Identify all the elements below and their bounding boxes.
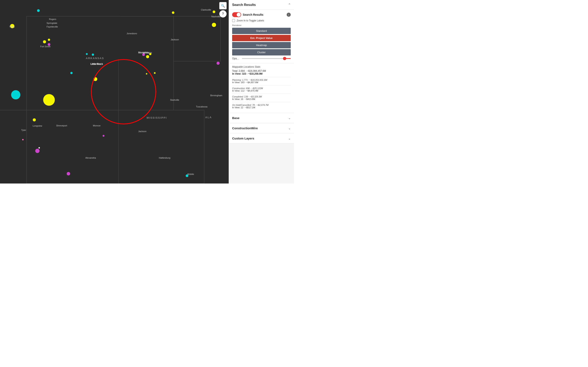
stats-title: Mappable Locations Stats [232, 66, 291, 68]
custom-layers-section-title: Custom Layers [232, 137, 254, 140]
search-results-toggle[interactable] [232, 12, 241, 17]
opacity-label: Opa... [232, 57, 240, 60]
stats-onhold-view: In View: 12 · ~$517.1M [232, 106, 291, 109]
stats-group-planning: Planning: 1,771 · ~$16,053,931.6M In Vie… [232, 79, 291, 83]
stats-onhold-title: On Hold/Cancelled: 78 · ~$2,074.7M [232, 104, 291, 106]
map-controls: 🔍 ? [219, 2, 227, 17]
panel-title: Search Results [232, 3, 256, 7]
panel-close-button[interactable]: ⌃ [288, 3, 291, 7]
stats-group-completed: Completed: 139 · ~$3,329.3M In View: 16 … [232, 95, 291, 100]
stats-completed-view: In View: 16 · ~$413.8M [232, 98, 291, 100]
stats-divider-2 [232, 85, 291, 85]
stats-construction-view: In View: 112 · ~$4,670.4M [232, 90, 291, 92]
stats-divider-1 [232, 77, 291, 77]
renderer-cluster-button[interactable]: Cluster [232, 49, 291, 55]
zoom-toggle-checkbox[interactable] [232, 19, 235, 22]
info-icon[interactable]: i [287, 13, 291, 17]
search-icon[interactable]: 🔍 [219, 2, 227, 9]
stats-group-onhold: On Hold/Cancelled: 78 · ~$2,074.7M In Vi… [232, 104, 291, 109]
custom-layers-chevron-icon: ⌄ [288, 137, 291, 140]
renderer-label: Renderer [232, 24, 291, 26]
stats-construction-title: Construction: 696 · ~$25,122M [232, 87, 291, 90]
help-icon[interactable]: ? [219, 10, 227, 17]
base-chevron-icon: ⌄ [288, 117, 291, 120]
search-results-toggle-label: Search Results [243, 13, 263, 16]
stats-group-construction: Construction: 696 · ~$25,122M In View: 1… [232, 87, 291, 92]
opacity-slider[interactable] [242, 58, 291, 59]
opacity-row: Opa... [232, 57, 291, 60]
base-section-title: Base [232, 116, 240, 120]
zoom-toggle-row: Zoom In to Toggle Labels [232, 19, 291, 22]
search-results-section: Search Results i Zoom In to Toggle Label… [229, 10, 294, 63]
base-section: Base ⌄ [229, 113, 294, 123]
stats-planning-title: Planning: 1,771 · ~$16,053,931.6M [232, 79, 291, 81]
stats-total: Total: 2,684 · ~$16,084,457.6M [232, 69, 291, 72]
stats-divider-4 [232, 102, 291, 102]
renderer-standard-button[interactable]: Standard [232, 28, 291, 34]
constructionwire-section: ConstructionWire ⌄ [229, 123, 294, 133]
toggle-row: Search Results i [232, 12, 291, 17]
panel-header: Search Results ⌃ [229, 0, 294, 10]
stats-section: Mappable Locations Stats Total: 2,684 · … [229, 63, 294, 113]
constructionwire-section-title: ConstructionWire [232, 126, 258, 130]
stats-planning-view: In View: 183 · ~$4,657.6M [232, 81, 291, 83]
custom-layers-section: Custom Layers ⌄ [229, 133, 294, 143]
stats-in-view: In View: 323 · ~$10,258.9M [232, 72, 291, 75]
constructionwire-section-header[interactable]: ConstructionWire ⌄ [229, 123, 294, 133]
right-panel: Search Results ⌃ Search Results i Zoom I… [229, 0, 294, 184]
renderer-heatmap-button[interactable]: Heatmap [232, 42, 291, 48]
stats-completed-title: Completed: 139 · ~$3,329.3M [232, 95, 291, 98]
zoom-toggle-label: Zoom In to Toggle Labels [237, 19, 264, 22]
custom-layers-section-header[interactable]: Custom Layers ⌄ [229, 133, 294, 143]
renderer-est-project-button[interactable]: Est. Project Value [232, 35, 291, 41]
base-section-header[interactable]: Base ⌄ [229, 113, 294, 123]
map-container[interactable]: 🔍 ? [0, 0, 229, 184]
constructionwire-chevron-icon: ⌄ [288, 127, 291, 130]
